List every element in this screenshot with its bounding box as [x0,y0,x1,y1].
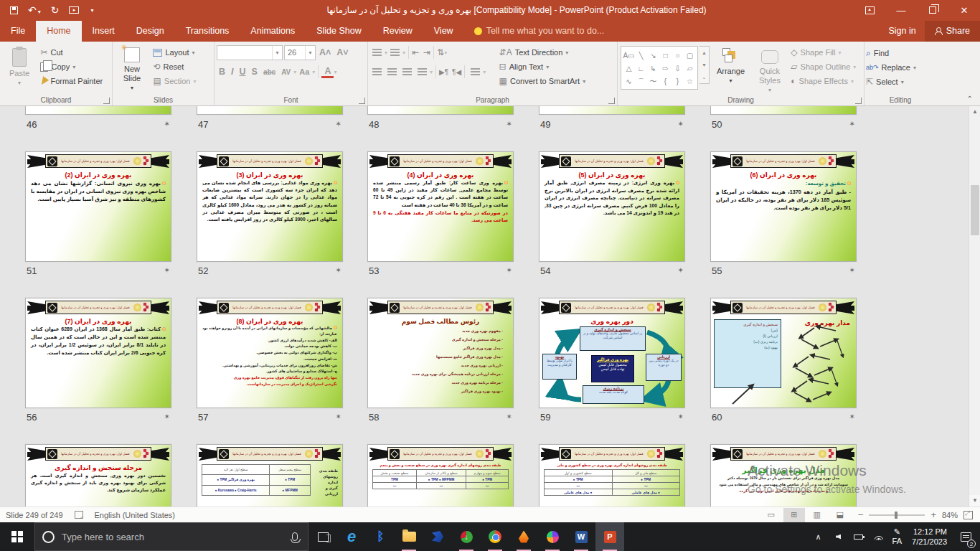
font-color-button[interactable]: A [321,66,334,78]
section-button[interactable]: ▤Section▾ [153,75,196,87]
font-name-combo[interactable]: ▾ [217,45,283,60]
reset-button[interactable]: ⟲Reset [153,61,196,72]
tab-file[interactable]: File [0,21,36,42]
tell-me-box[interactable]: Tell me what you want to do... [464,21,615,42]
drawing-dialog-launcher[interactable] [855,98,862,104]
slide-thumbnail-56[interactable]: فصل اول: بهره وری و تجزیه و تحلیل آن در … [25,298,171,408]
collapse-ribbon-icon[interactable]: ⌃ [967,95,973,103]
zoom-in-icon[interactable]: + [930,509,936,520]
shapes-gallery[interactable]: A▭╲↘□○▢ △∟↳⇨⇩▱ ∿⌒〜{}☆ [621,46,698,90]
slide-thumbnail-58[interactable]: فصل اول: بهره وری و تجزیه و تحلیل آن در … [367,298,514,408]
taskbar-paint-app[interactable] [538,522,567,551]
tab-insert[interactable]: Insert [82,21,126,42]
slide-thumbnail-54[interactable]: فصل اول: بهره وری و تجزیه و تحلیل آن در … [539,151,685,262]
slide-sorter-view-button[interactable]: ⊞ [783,508,805,522]
tab-review[interactable]: Review [372,21,423,42]
fit-slide-to-window-icon[interactable] [963,511,973,519]
select-button[interactable]: ⇱Select▾ [866,76,916,88]
slide-thumbnail-partial[interactable] [25,106,171,115]
normal-view-button[interactable]: ▭ [760,508,782,522]
character-spacing-button[interactable]: AV [278,68,293,76]
copy-button[interactable]: Copy▾ [40,61,103,72]
slide-thumbnail-61[interactable]: فصل اول: بهره وری و تجزیه و تحلیل آن در … [25,444,171,507]
quick-styles-button[interactable]: Quick Styles▾ [753,47,786,95]
taskbar-powerpoint[interactable]: P [595,522,624,551]
format-painter-button[interactable]: Format Painter [40,75,103,87]
cut-button[interactable]: ✂Cut [40,47,103,58]
zoom-level[interactable]: 84% [942,511,958,519]
redo-icon[interactable]: ↻ [51,4,60,16]
minimize-button[interactable]: — [885,0,917,20]
shrink-font-icon[interactable]: A˅ [334,47,351,57]
clipboard-dialog-launcher[interactable] [103,98,110,104]
taskbar-file-explorer[interactable] [395,522,423,551]
align-right-icon[interactable] [402,68,412,75]
tab-slideshow[interactable]: Slide Show [306,21,372,42]
slide-thumbnail-52[interactable]: فصل اول: بهره وری و تجزیه و تحلیل آن در … [197,151,343,262]
taskbar-app-blue[interactable] [423,522,452,551]
taskbar-flame-app[interactable] [509,522,538,551]
undo-icon[interactable]: ↶▾ [28,4,41,16]
customize-quick-access-icon[interactable]: ▾ [90,7,93,14]
speaker-icon[interactable] [829,522,848,551]
increase-indent-icon[interactable]: ⇥ [423,47,430,57]
spellcheck-icon[interactable] [75,511,83,519]
decrease-indent-icon[interactable]: ⇤ [412,47,419,57]
new-slide-button[interactable]: New Slide▾ [116,45,149,93]
zoom-out-icon[interactable]: − [858,509,864,520]
slide-thumbnail-62[interactable]: فصل اول: بهره وری و تجزیه و تحلیل آن در … [197,444,343,507]
share-button[interactable]: Share [925,21,980,42]
taskbar-word[interactable]: W [567,522,595,551]
scroll-up-icon[interactable]: ▲ [969,106,980,118]
vertical-scrollbar[interactable]: ▲ ▼ [969,106,980,507]
change-case-button[interactable]: Aa [296,67,312,76]
wifi-icon[interactable] [870,522,888,551]
find-button[interactable]: ⌕Find [866,47,916,59]
slide-thumbnail-partial[interactable] [367,106,514,115]
replace-button[interactable]: ab↷Replace▾ [866,62,916,73]
clock[interactable]: 12:12 PM7/21/2023 [906,527,953,547]
shapes-gallery-scroll[interactable]: ▲▼⌄ [699,46,710,84]
paste-button[interactable]: Paste▾ [3,45,36,93]
slide-thumbnail-57[interactable]: فصل اول: بهره وری و تجزیه و تحلیل آن در … [197,298,343,408]
zoom-slider-thumb[interactable] [895,512,897,519]
slide-thumbnail-53[interactable]: فصل اول: بهره وری و تجزیه و تحلیل آن در … [367,151,514,262]
start-button[interactable] [0,522,34,551]
columns-icon[interactable] [471,68,480,75]
tab-home[interactable]: Home [36,21,81,42]
slide-thumbnail-59[interactable]: فصل اول: بهره وری و تجزیه و تحلیل آن در … [539,298,685,408]
shape-effects-button[interactable]: ◐Shape Effects▾ [791,75,856,87]
language-indicator[interactable]: English (United States) [95,511,176,519]
grow-font-icon[interactable]: A˄ [316,47,334,57]
start-slideshow-icon[interactable]: ▸ [69,6,79,14]
underline-button[interactable]: U [237,67,249,77]
numbering-icon[interactable] [390,49,400,56]
paragraph-dialog-launcher[interactable] [608,98,615,104]
sign-in-button[interactable]: Sign in [880,21,924,42]
taskbar-chrome[interactable] [481,522,509,551]
bold-button[interactable]: B [216,67,228,77]
align-center-icon[interactable] [387,68,397,75]
slide-thumbnail-60[interactable]: فصل اول: بهره وری و تجزیه و تحلیل آن در … [710,298,857,408]
shape-fill-button[interactable]: ◇Shape Fill▾ [791,47,856,58]
font-dialog-launcher[interactable] [359,98,365,104]
rtl-direction-icon[interactable]: ¶◀ [452,68,461,76]
strikethrough-button[interactable]: abc [260,68,278,76]
tab-animations[interactable]: Animations [240,21,306,42]
arrange-button[interactable]: Arrange▾ [714,45,747,93]
taskbar-search[interactable]: Type here to search [34,522,308,551]
font-size-combo[interactable]: 26▾ [284,45,316,60]
scroll-down-icon[interactable]: ▼ [969,495,980,507]
italic-button[interactable]: I [228,67,236,77]
close-button[interactable]: ✕ [948,0,980,20]
tab-view[interactable]: View [423,21,464,42]
zoom-slider[interactable] [869,514,925,516]
text-direction-button[interactable]: ⇵AText Direction▾ [499,47,586,58]
convert-smartart-button[interactable]: ▦Convert to SmartArt▾ [499,75,586,87]
tray-chevron-icon[interactable]: ∧ [809,522,828,551]
action-center-button[interactable]: 2 [954,522,977,551]
scrollbar-thumb[interactable] [971,185,979,235]
justify-icon[interactable] [418,68,427,75]
align-left-icon[interactable] [372,68,382,75]
shape-outline-button[interactable]: ▱Shape Outline▾ [791,61,856,72]
